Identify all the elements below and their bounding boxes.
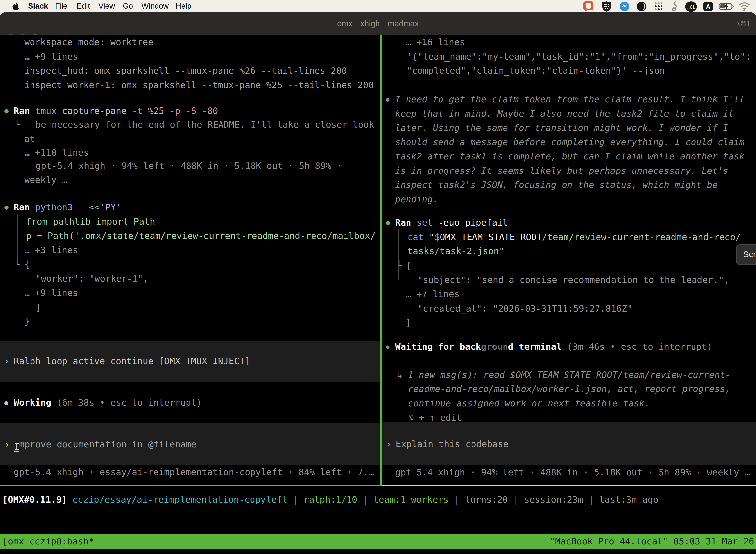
thinking-line: later. Using the same for transition mig… — [382, 121, 756, 135]
run-bullet-icon: ● — [4, 200, 9, 214]
screen-tooltip: Scre — [736, 244, 756, 265]
composer-input-left[interactable]: ›Improve documentation in @filename — [0, 423, 380, 465]
mailbox-msg-line: readme-and-reco/mailbox/worker-1.json, a… — [382, 382, 756, 396]
ran-tmux-line: ●Ran tmux capture-pane -t %25 -p -S -80 — [0, 104, 380, 118]
ran-python-line: ●Ran python3 - <<'PY' — [0, 200, 380, 214]
terminal-line: '{"team_name":"my-team","task_id":"1","f… — [382, 49, 756, 64]
menu-view[interactable]: View — [99, 0, 115, 12]
svg-text:A: A — [706, 3, 710, 10]
inject-banner: ›Ralph loop active continue [OMX_TMUX_IN… — [0, 340, 380, 382]
terminal-line: … +9 lines — [0, 49, 380, 64]
terminal-line: … +7 lines — [382, 287, 756, 301]
terminal-line: … +9 lines — [0, 286, 380, 300]
status-bullet-icon: ● — [4, 395, 8, 410]
thinking-line: is in progress? It seems likely but perh… — [382, 164, 756, 178]
thinking-line: inspect task2's JSON, focusing on the st… — [382, 178, 756, 192]
corner-glyph: └ — [396, 258, 402, 273]
thinking-line: should send a message before completing … — [382, 135, 756, 150]
terminal-line: inspect_worker-1: omx sparkshell --tmux-… — [0, 78, 380, 92]
prompt-chevron: › — [386, 437, 392, 451]
thinking-bullet-icon: ● — [386, 92, 389, 107]
hud-session: session:23m — [524, 494, 583, 505]
terminal-line: at — [0, 132, 380, 146]
messenger-bolt-icon[interactable] — [619, 1, 630, 13]
gauge-61-icon[interactable]: ..61 — [685, 1, 697, 13]
screenshot-app-icon[interactable] — [583, 1, 594, 13]
wifi-icon[interactable] — [738, 1, 751, 13]
terminal-line: } — [382, 316, 756, 330]
prompt-chevron: › — [4, 354, 10, 368]
battery-icon[interactable] — [718, 1, 736, 13]
dots-grid-icon[interactable] — [653, 1, 664, 13]
menu-bar: Slack File Edit View Go Window Help ..61… — [0, 0, 756, 12]
tmux-session-label: [omx-cczip0:bash* — [2, 534, 94, 549]
terminal-line: … +16 lines — [382, 35, 756, 49]
terminal-line: weekly … — [0, 173, 380, 187]
menu-edit[interactable]: Edit — [77, 0, 90, 12]
menu-window[interactable]: Window — [141, 0, 169, 12]
terminal-line: … +110 lines — [0, 146, 380, 160]
corner-glyph: └ — [14, 257, 20, 272]
hud-ralph: ralph:1/10 — [304, 494, 358, 505]
gauge-label: ..61 — [687, 4, 695, 10]
terminal-line: ] — [0, 300, 380, 315]
thinking-line: keep that in mind. Maybe I also need the… — [382, 107, 756, 121]
waiting-status-line: ●Waiting for background terminal (3m 46s… — [382, 340, 756, 354]
mailbox-msg-line: ↳1 new msg(s): read $OMX_TEAM_STATE_ROOT… — [382, 368, 756, 382]
run-bullet-icon: ● — [386, 215, 390, 230]
shield-grid-icon[interactable] — [602, 1, 612, 13]
hud-last: last:3m ago — [599, 494, 658, 505]
corner-glyph: └ — [14, 117, 20, 132]
window-shortcut-badge: ⌥⌘1 — [736, 12, 751, 35]
status-bullet-icon: ● — [386, 340, 389, 354]
thinking-line: pending. — [382, 192, 756, 207]
menu-go[interactable]: Go — [123, 0, 133, 12]
squiggle-icon[interactable] — [671, 1, 679, 13]
hud-team: team:1 workers — [374, 494, 449, 505]
terminal-line: └{ — [382, 258, 756, 273]
pane-divider-vertical[interactable] — [380, 35, 382, 485]
tmux-host-datetime: "MacBook-Pro-44.local" 05:03 31-Mar-26 — [550, 534, 754, 549]
omx-version: [OMX#0.11.9] — [2, 494, 67, 505]
text-cursor: I — [14, 441, 19, 452]
code-line: tasks/task-2.json" — [382, 244, 756, 258]
apple-logo-icon[interactable] — [12, 2, 20, 12]
omx-hud-status-line: [OMX#0.11.9] cczip/essay/ai-reimplementa… — [2, 492, 658, 507]
code-line: cat "$OMX_TEAM_STATE_ROOT/team/review-cu… — [382, 230, 756, 244]
terminal-line: } — [0, 314, 380, 329]
window-title: omx --xhigh --madmax — [0, 12, 756, 35]
model-status-line: gpt-5.4 xhigh · 94% left · 488K in · 5.1… — [382, 465, 756, 480]
mailbox-msg-line: continue assigned work or next feasible … — [382, 396, 756, 410]
terminal-line: "subject": "send a concise recommendatio… — [382, 273, 756, 287]
terminal-line: workspace_mode: worktree — [0, 35, 380, 49]
prompt-chevron: › — [4, 437, 10, 451]
terminal-line: inspect_hud: omx sparkshell --tmux-pane … — [0, 63, 380, 78]
terminal-line: └be necessary for the end of the README.… — [0, 117, 380, 132]
menu-help[interactable]: Help — [176, 0, 191, 12]
tmux-pane-left[interactable]: workspace_mode: worktree … +9 lines insp… — [0, 35, 380, 485]
pane-border-bottom-right — [382, 485, 756, 486]
tmux-status-bar: [omx-cczip0:bash* "MacBook-Pro-44.local"… — [0, 534, 756, 549]
terminal-line: "completed","claim_token":"claim-token"}… — [382, 63, 756, 78]
terminal-line: … +3 lines — [0, 243, 380, 258]
thinking-line: ●I need to get the claim token from the … — [382, 92, 756, 107]
hud-project-path: cczip/essay/ai-reimplementation-copyleft — [72, 494, 288, 505]
terminal-line: gpt-5.4 xhigh · 94% left · 488K in · 5.1… — [0, 159, 380, 173]
ran-set-line: ●Ran set -euo pipefail — [382, 215, 756, 230]
composer-input-right[interactable]: ›Explain this codebase — [382, 423, 756, 465]
crescent-icon[interactable] — [636, 1, 647, 13]
terminal-line: └{ — [0, 257, 380, 272]
code-line: p = Path('.omx/state/team/review-current… — [0, 229, 380, 243]
thinking-line: task2 after task1 is complete, but can I… — [382, 149, 756, 164]
tmux-pane-right[interactable]: … +16 lines '{"team_name":"my-team","tas… — [382, 35, 756, 485]
keyboard-a-icon[interactable]: A — [703, 1, 713, 13]
code-line: from pathlib import Path — [0, 214, 380, 229]
terminal-line: "worker": "worker-1", — [0, 272, 380, 286]
menu-file[interactable]: File — [55, 0, 67, 12]
pane-border-bottom-left — [0, 485, 382, 486]
model-status-line: gpt-5.4 xhigh · essay/ai-reimplementatio… — [0, 465, 380, 479]
menu-app-name[interactable]: Slack — [28, 0, 48, 12]
hud-turns: turns:20 — [465, 494, 508, 505]
arrow-glyph: ↳ — [397, 368, 402, 382]
run-bullet-icon: ● — [4, 104, 9, 118]
